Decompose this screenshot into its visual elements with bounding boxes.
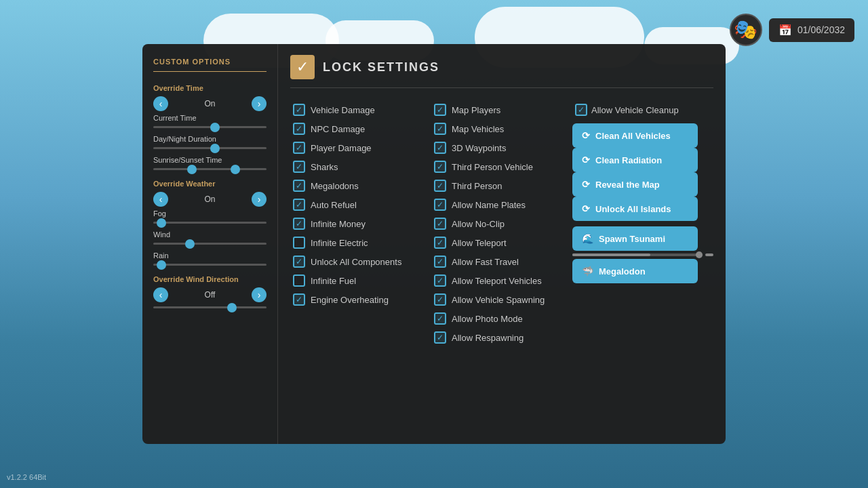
label-3d-waypoints: 3D Waypoints — [452, 143, 506, 153]
current-time-thumb — [210, 123, 220, 132]
clean-radiation-label: Clean Radiation — [595, 155, 662, 165]
check-player-damage[interactable]: ✓ Player Damage — [290, 138, 431, 157]
wind-dir-slider[interactable] — [153, 306, 267, 308]
version-label: v1.2.2 64Bit — [7, 473, 46, 481]
check-auto-refuel[interactable]: ✓ Auto Refuel — [290, 195, 431, 214]
check-map-vehicles[interactable]: ✓ Map Vehicles — [431, 119, 572, 138]
sunrise-thumb1 — [187, 165, 197, 174]
fog-slider[interactable] — [153, 222, 267, 224]
avatar[interactable]: 🎭 — [730, 14, 762, 46]
check-allow-name-plates[interactable]: ✓ Allow Name Plates — [431, 195, 572, 214]
checkbox-infinite-money[interactable]: ✓ — [293, 218, 305, 230]
label-allow-fast-travel: Allow Fast Travel — [452, 257, 519, 267]
spawn-tsunami-button[interactable]: 🌊 Spawn Tsunami — [572, 226, 698, 251]
check-allow-vehicle-spawning[interactable]: ✓ Allow Vehicle Spawning — [431, 290, 572, 309]
check-third-person[interactable]: ✓ Third Person — [431, 176, 572, 195]
day-night-slider[interactable] — [153, 147, 267, 149]
check-allow-respawning[interactable]: ✓ Allow Respawning — [431, 328, 572, 347]
label-engine-overheating: Engine Overheating — [311, 295, 389, 305]
label-sharks: Sharks — [311, 162, 338, 172]
clean-all-vehicles-label: Clean All Vehicles — [595, 131, 671, 141]
checkbox-allow-teleport[interactable]: ✓ — [434, 237, 446, 249]
override-wind-increase[interactable]: › — [252, 287, 267, 302]
sidebar-title: CUSTOM OPTIONS — [153, 58, 267, 66]
checkbox-auto-refuel[interactable]: ✓ — [293, 199, 305, 211]
checkbox-allow-vehicle-cleanup[interactable]: ✓ — [575, 104, 587, 116]
label-npc-damage: NPC Damage — [311, 124, 365, 134]
label-infinite-money: Infinite Money — [311, 219, 366, 229]
check-allow-fast-travel[interactable]: ✓ Allow Fast Travel — [431, 252, 572, 271]
wind-slider[interactable] — [153, 243, 267, 245]
checkbox-third-person[interactable]: ✓ — [434, 180, 446, 192]
clean-radiation-icon: ⟳ — [582, 155, 590, 165]
override-time-decrease[interactable]: ‹ — [153, 96, 168, 111]
check-engine-overheating[interactable]: ✓ Engine Overheating — [290, 290, 431, 309]
rain-slider[interactable] — [153, 264, 267, 266]
label-third-person-vehicle: Third Person Vehicle — [452, 162, 533, 172]
checkbox-sharks[interactable]: ✓ — [293, 161, 305, 173]
label-megalodons: Megalodons — [311, 181, 359, 191]
check-infinite-money[interactable]: ✓ Infinite Money — [290, 214, 431, 233]
check-allow-vehicle-cleanup[interactable]: ✓ Allow Vehicle Cleanup — [572, 100, 713, 119]
reveal-map-icon: ⟳ — [582, 179, 590, 190]
label-allow-respawning: Allow Respawning — [452, 333, 524, 343]
reveal-map-label: Reveal the Map — [595, 180, 660, 190]
checkbox-engine-overheating[interactable]: ✓ — [293, 293, 305, 306]
checkbox-npc-damage[interactable]: ✓ — [293, 123, 305, 135]
checkbox-map-players[interactable]: ✓ — [434, 104, 446, 116]
check-allow-teleport-vehicles[interactable]: ✓ Allow Teleport Vehicles — [431, 271, 572, 290]
checks-col-1: ✓ Vehicle Damage ✓ NPC Damage ✓ Player D… — [290, 100, 431, 347]
sunrise-slider[interactable] — [153, 168, 267, 170]
override-weather-decrease[interactable]: ‹ — [153, 192, 168, 207]
override-wind-value: Off — [172, 290, 248, 300]
clean-all-vehicles-button[interactable]: ⟳ Clean All Vehicles — [572, 123, 698, 148]
clean-radiation-button[interactable]: ⟳ Clean Radiation — [572, 148, 698, 172]
check-vehicle-damage[interactable]: ✓ Vehicle Damage — [290, 100, 431, 119]
check-allow-no-clip[interactable]: ✓ Allow No-Clip — [431, 214, 572, 233]
checkbox-allow-vehicle-spawning[interactable]: ✓ — [434, 293, 446, 306]
override-wind-label: Override Wind Direction — [153, 275, 267, 283]
megalodon-label: Megalodon — [599, 266, 646, 277]
checkbox-map-vehicles[interactable]: ✓ — [434, 123, 446, 135]
checkbox-megalodons[interactable]: ✓ — [293, 180, 305, 192]
check-allow-photo-mode[interactable]: ✓ Allow Photo Mode — [431, 309, 572, 328]
checkbox-player-damage[interactable]: ✓ — [293, 142, 305, 154]
checkbox-allow-respawning[interactable]: ✓ — [434, 331, 446, 344]
calendar-icon: 📅 — [778, 24, 792, 37]
sunrise-label: Sunrise/Sunset Time — [153, 156, 267, 164]
checkbox-allow-photo-mode[interactable]: ✓ — [434, 312, 446, 325]
checkbox-allow-name-plates[interactable]: ✓ — [434, 199, 446, 211]
check-npc-damage[interactable]: ✓ NPC Damage — [290, 119, 431, 138]
check-allow-teleport[interactable]: ✓ Allow Teleport — [431, 233, 572, 252]
tsunami-intensity-slider[interactable] — [572, 251, 713, 259]
lock-checkbox-big[interactable]: ✓ — [290, 55, 315, 79]
checkbox-unlock-all-components[interactable]: ✓ — [293, 256, 305, 268]
megalodon-button[interactable]: 🦈 Megalodon — [572, 259, 698, 283]
unlock-all-islands-button[interactable]: ⟳ Unlock All Islands — [572, 197, 698, 221]
checkbox-infinite-electric[interactable] — [293, 237, 305, 249]
check-megalodons[interactable]: ✓ Megalodons — [290, 176, 431, 195]
check-sharks[interactable]: ✓ Sharks — [290, 157, 431, 176]
checkbox-3d-waypoints[interactable]: ✓ — [434, 142, 446, 154]
check-infinite-fuel[interactable]: Infinite Fuel — [290, 271, 431, 290]
checkbox-infinite-fuel[interactable] — [293, 274, 305, 287]
check-third-person-vehicle[interactable]: ✓ Third Person Vehicle — [431, 157, 572, 176]
checkbox-vehicle-damage[interactable]: ✓ — [293, 104, 305, 116]
current-time-slider[interactable] — [153, 126, 267, 128]
check-map-players[interactable]: ✓ Map Players — [431, 100, 572, 119]
checkbox-allow-teleport-vehicles[interactable]: ✓ — [434, 274, 446, 287]
override-time-row: ‹ On › — [153, 96, 267, 111]
check-3d-waypoints[interactable]: ✓ 3D Waypoints — [431, 138, 572, 157]
override-wind-decrease[interactable]: ‹ — [153, 287, 168, 302]
check-infinite-electric[interactable]: Infinite Electric — [290, 233, 431, 252]
override-weather-increase[interactable]: › — [252, 192, 267, 207]
sunrise-thumb2 — [231, 165, 240, 174]
label-auto-refuel: Auto Refuel — [311, 200, 357, 210]
reveal-map-button[interactable]: ⟳ Reveal the Map — [572, 172, 698, 197]
checkbox-third-person-vehicle[interactable]: ✓ — [434, 161, 446, 173]
override-time-increase[interactable]: › — [252, 96, 267, 111]
fog-thumb — [157, 218, 166, 228]
check-unlock-all-components[interactable]: ✓ Unlock All Components — [290, 252, 431, 271]
checkbox-allow-fast-travel[interactable]: ✓ — [434, 256, 446, 268]
checkbox-allow-no-clip[interactable]: ✓ — [434, 218, 446, 230]
